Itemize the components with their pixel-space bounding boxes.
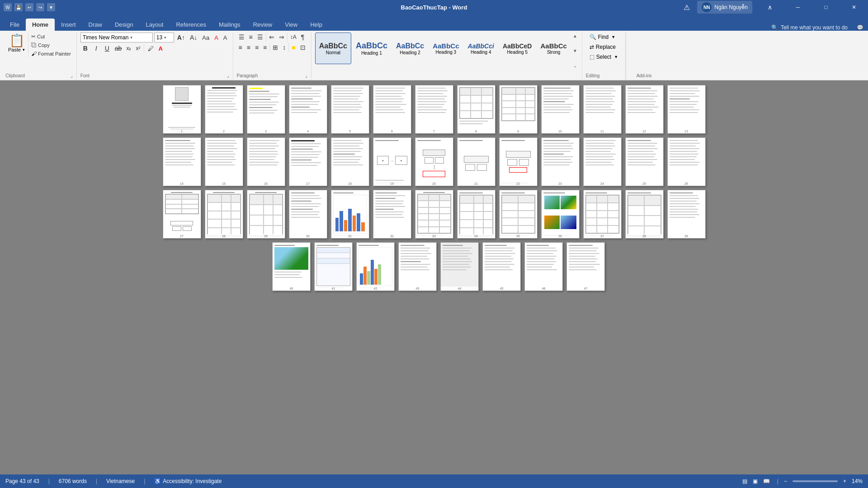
style-strong[interactable]: AaBbCc Strong (536, 33, 571, 64)
page-thumb-45[interactable]: 45 (482, 242, 521, 291)
page-thumb-23[interactable]: 23 (541, 137, 580, 186)
page-thumb-1[interactable]: 1 (163, 85, 201, 134)
redo-icon[interactable]: ↪ (36, 3, 44, 11)
page-thumb-14[interactable]: 14 (163, 137, 201, 186)
style-heading3[interactable]: AaBbCc Heading 3 (429, 33, 463, 64)
zoom-out-btn[interactable]: − (784, 478, 787, 484)
subscript-btn[interactable]: x₂ (124, 44, 133, 52)
tab-home[interactable]: Home (26, 19, 55, 31)
page-thumb-29[interactable]: 29 (247, 190, 285, 239)
page-thumb-5[interactable]: 5 (331, 85, 369, 134)
numbering-btn[interactable]: ≡ (247, 33, 255, 42)
superscript-btn[interactable]: x² (134, 44, 142, 52)
page-thumb-2[interactable]: 2 (205, 85, 243, 134)
accessibility-btn[interactable]: ♿ Accessibility: Investigate (154, 478, 222, 484)
customize-icon[interactable]: ▼ (47, 3, 55, 11)
page-thumb-10[interactable]: 10 (541, 85, 580, 134)
text-highlight-btn[interactable]: 🖊 (146, 44, 156, 53)
page-thumb-22[interactable]: 22 (499, 137, 538, 186)
tab-help[interactable]: Help (304, 19, 329, 31)
page-thumb-26[interactable]: 26 (667, 137, 706, 186)
page-thumb-42[interactable]: 42 (356, 242, 395, 291)
minimize-btn[interactable]: ─ (788, 0, 808, 14)
search-bar[interactable]: 🔍 Tell me what you want to do (771, 24, 852, 31)
page-thumb-32[interactable]: 32 (373, 190, 411, 239)
styles-scroll-up[interactable]: ▲ (572, 33, 578, 39)
bold-btn[interactable]: B (80, 44, 90, 53)
page-thumb-31[interactable]: 31 (331, 190, 369, 239)
borders-btn[interactable]: ⊡ (298, 43, 307, 52)
tab-references[interactable]: References (170, 19, 212, 31)
page-thumb-6[interactable]: 6 (373, 85, 411, 134)
paste-btn[interactable]: 📋 Paste▼ (5, 33, 28, 58)
doc-scroll[interactable]: 1 2 (0, 80, 868, 474)
cut-btn[interactable]: ✂ Cut (29, 33, 73, 41)
style-heading2[interactable]: AaBbCc Heading 2 (392, 33, 428, 64)
align-left-btn[interactable]: ≡ (237, 43, 244, 52)
page-thumb-35[interactable]: 35 (499, 190, 538, 239)
align-center-btn[interactable]: ≡ (245, 43, 252, 52)
page-thumb-46[interactable]: 46 (524, 242, 563, 291)
tab-file[interactable]: File (4, 19, 26, 31)
font-color-btn[interactable]: A (156, 44, 164, 53)
tab-mailings[interactable]: Mailings (212, 19, 247, 31)
clipboard-expand[interactable]: ⌟ (71, 73, 73, 78)
page-thumb-36[interactable]: 36 (541, 190, 580, 239)
font-family-selector[interactable]: Times New Roman ▼ (80, 33, 153, 42)
page-thumb-21[interactable]: 21 (457, 137, 495, 186)
style-normal[interactable]: AaBbCc Normal (315, 33, 351, 64)
page-thumb-47[interactable]: 47 (566, 242, 605, 291)
page-thumb-24[interactable]: 24 (583, 137, 622, 186)
page-thumb-38[interactable]: 38 (625, 190, 664, 239)
underline-btn[interactable]: U (102, 44, 112, 53)
user-profile[interactable]: NN Ngân Nguyễn (697, 1, 752, 14)
find-btn[interactable]: 🔍 Find ▼ (586, 33, 619, 42)
font-shrink-btn[interactable]: A↓ (188, 33, 199, 42)
page-thumb-20[interactable]: 20 (415, 137, 453, 186)
increase-indent-btn[interactable]: ⇒ (277, 33, 286, 42)
page-thumb-30[interactable]: 30 (289, 190, 327, 239)
italic-btn[interactable]: I (91, 44, 101, 53)
replace-btn[interactable]: ⇄ Replace (586, 42, 619, 52)
tab-insert[interactable]: Insert (55, 19, 82, 31)
page-thumb-33[interactable]: 33 (415, 190, 453, 239)
line-spacing-btn[interactable]: ↕ (281, 43, 288, 52)
tab-draw[interactable]: Draw (82, 19, 108, 31)
page-thumb-11[interactable]: 11 (583, 85, 622, 134)
align-right-btn[interactable]: ≡ (253, 43, 260, 52)
text-effects-btn[interactable]: A (222, 33, 229, 42)
page-thumb-12[interactable]: 12 (625, 85, 664, 134)
page-thumb-43[interactable]: 43 (398, 242, 437, 291)
view-normal-btn[interactable]: ▤ (741, 478, 749, 484)
style-heading4[interactable]: AaBbCci Heading 4 (464, 33, 498, 64)
page-thumb-17[interactable]: 17 (289, 137, 327, 186)
style-heading5[interactable]: AaBbCeD Heading 5 (499, 33, 536, 64)
undo-icon[interactable]: ↩ (25, 3, 33, 11)
page-thumb-39[interactable]: 39 (667, 190, 706, 239)
copy-btn[interactable]: ⿻ Copy (29, 41, 73, 49)
page-thumb-25[interactable]: 25 (625, 137, 664, 186)
page-thumb-16[interactable]: 16 (247, 137, 285, 186)
paragraph-expand[interactable]: ⌟ (305, 73, 307, 78)
page-thumb-34[interactable]: 34 (457, 190, 495, 239)
shading-btn[interactable]: ■ (290, 43, 297, 52)
strikethrough-btn[interactable]: ab (113, 44, 124, 53)
page-thumb-3[interactable]: 3 (247, 85, 285, 134)
multilevel-btn[interactable]: ☰ (255, 33, 265, 42)
page-thumb-27[interactable]: 27 (163, 190, 201, 239)
style-heading1[interactable]: AaBbCc Heading 1 (352, 33, 392, 64)
save-icon[interactable]: 💾 (14, 3, 23, 11)
decrease-indent-btn[interactable]: ⇐ (267, 33, 276, 42)
page-thumb-4[interactable]: 4 (289, 85, 327, 134)
word-logo-icon[interactable]: W (4, 3, 12, 11)
page-thumb-40[interactable]: 40 (272, 242, 311, 291)
sort-btn[interactable]: ↕A (288, 33, 298, 41)
share-btn[interactable]: 💬 (852, 24, 868, 31)
zoom-slider[interactable] (793, 480, 838, 482)
page-thumb-41[interactable]: 41 (314, 242, 353, 291)
font-size-selector[interactable]: 13 ▼ (154, 33, 174, 42)
page-thumb-7[interactable]: 7 (415, 85, 453, 134)
column-btn[interactable]: ⊞ (271, 43, 280, 52)
view-layout-btn[interactable]: ▣ (751, 478, 760, 484)
page-thumb-9[interactable]: 9 (499, 85, 538, 134)
